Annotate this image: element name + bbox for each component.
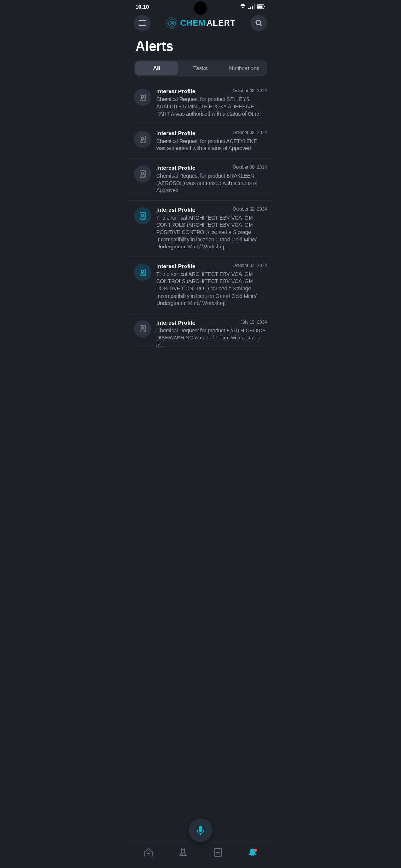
camera-notch bbox=[194, 1, 207, 15]
alert-content: Interest Profile October 08, 2024 Chemic… bbox=[156, 130, 267, 152]
alert-body: Chemical Request for product SELLEYS ARA… bbox=[156, 96, 267, 118]
alert-date: October 08, 2024 bbox=[232, 165, 267, 170]
alert-date: October 08, 2024 bbox=[232, 88, 267, 93]
header: CHEM ALERT bbox=[128, 12, 273, 36]
list-item[interactable]: Interest Profile October 02, 2024 The ch… bbox=[128, 257, 273, 313]
alert-date: October 02, 2024 bbox=[232, 207, 267, 212]
alert-header: Interest Profile July 19, 2024 bbox=[156, 319, 267, 326]
tabs-bar: All Tasks Notifications bbox=[134, 60, 267, 76]
svg-line-18 bbox=[144, 99, 144, 99]
hamburger-icon bbox=[139, 20, 146, 26]
wifi-icon bbox=[239, 4, 246, 9]
svg-line-30 bbox=[144, 175, 144, 176]
alert-title: Interest Profile bbox=[156, 88, 195, 94]
alert-date: July 19, 2024 bbox=[241, 319, 267, 325]
profile-icon bbox=[138, 325, 147, 333]
alert-icon-wrap bbox=[134, 320, 151, 337]
tab-notifications[interactable]: Notifications bbox=[223, 61, 266, 75]
status-time: 10:10 bbox=[136, 4, 149, 10]
list-item[interactable]: Interest Profile October 08, 2024 Chemic… bbox=[128, 159, 273, 201]
profile-icon bbox=[138, 170, 147, 178]
tab-all[interactable]: All bbox=[135, 61, 178, 75]
alert-content: Interest Profile July 19, 2024 Chemical … bbox=[156, 319, 267, 347]
svg-rect-5 bbox=[258, 6, 263, 8]
profile-alert-icon bbox=[138, 268, 147, 276]
alert-content: Interest Profile October 02, 2024 The ch… bbox=[156, 263, 267, 307]
logo-text-alert: ALERT bbox=[206, 18, 235, 28]
alert-content: Interest Profile October 08, 2024 Chemic… bbox=[156, 88, 267, 118]
alert-header: Interest Profile October 02, 2024 bbox=[156, 207, 267, 213]
svg-point-38 bbox=[141, 270, 144, 273]
alert-icon-wrap bbox=[134, 89, 151, 106]
battery-icon bbox=[257, 4, 265, 9]
alert-icon-wrap bbox=[134, 131, 151, 148]
svg-rect-6 bbox=[264, 6, 265, 7]
alert-list: Interest Profile October 08, 2024 Chemic… bbox=[128, 82, 273, 384]
svg-line-12 bbox=[260, 24, 262, 26]
alert-body: The chemical ARCHITECT EBV VCA IGM CONTR… bbox=[156, 271, 267, 307]
svg-point-44 bbox=[141, 327, 144, 329]
search-button[interactable] bbox=[251, 15, 267, 31]
list-item[interactable]: Interest Profile October 08, 2024 Chemic… bbox=[128, 124, 273, 159]
alert-date: October 08, 2024 bbox=[232, 130, 267, 135]
svg-rect-2 bbox=[252, 6, 253, 9]
list-item[interactable]: Interest Profile October 08, 2024 Chemic… bbox=[128, 82, 273, 124]
status-icons bbox=[239, 4, 265, 9]
alert-header: Interest Profile October 08, 2024 bbox=[156, 130, 267, 136]
tab-tasks[interactable]: Tasks bbox=[179, 61, 222, 75]
profile-icon bbox=[138, 93, 147, 101]
alert-content: Interest Profile October 08, 2024 Chemic… bbox=[156, 165, 267, 194]
search-icon bbox=[255, 19, 263, 27]
alert-title: Interest Profile bbox=[156, 319, 195, 326]
logo: CHEM ALERT bbox=[165, 16, 235, 30]
svg-point-20 bbox=[141, 137, 144, 140]
alert-header: Interest Profile October 08, 2024 bbox=[156, 88, 267, 94]
alert-title: Interest Profile bbox=[156, 263, 195, 269]
svg-line-24 bbox=[144, 141, 144, 141]
svg-point-32 bbox=[141, 214, 144, 216]
alert-title: Interest Profile bbox=[156, 165, 195, 171]
alert-header: Interest Profile October 08, 2024 bbox=[156, 165, 267, 171]
logo-text-chem: CHEM bbox=[180, 18, 206, 28]
alert-body: Chemical Request for product ACETYLENE w… bbox=[156, 138, 267, 152]
svg-point-26 bbox=[141, 172, 144, 174]
profile-alert-icon bbox=[138, 212, 147, 220]
logo-icon bbox=[165, 16, 179, 30]
alert-date: October 02, 2024 bbox=[232, 263, 267, 268]
alert-icon-wrap-highlighted bbox=[134, 207, 151, 224]
alert-body: The chemical ARCHITECT EBV VCA IGM CONTR… bbox=[156, 214, 267, 251]
svg-rect-1 bbox=[250, 7, 251, 9]
alert-header: Interest Profile October 02, 2024 bbox=[156, 263, 267, 269]
svg-point-11 bbox=[256, 20, 260, 25]
svg-rect-3 bbox=[254, 4, 255, 9]
alert-content: Interest Profile October 02, 2024 The ch… bbox=[156, 207, 267, 251]
alert-icon-wrap bbox=[134, 165, 151, 182]
page-title: Alerts bbox=[128, 36, 273, 60]
svg-point-14 bbox=[141, 95, 144, 98]
svg-point-10 bbox=[171, 22, 173, 24]
alert-body: Chemical Request for product EARTH CHOIC… bbox=[156, 327, 267, 347]
list-item[interactable]: Interest Profile October 02, 2024 The ch… bbox=[128, 201, 273, 257]
alert-icon-wrap-highlighted bbox=[134, 264, 151, 281]
alert-title: Interest Profile bbox=[156, 130, 195, 136]
signal-icon bbox=[248, 4, 255, 9]
svg-point-42 bbox=[144, 274, 144, 274]
svg-point-36 bbox=[144, 218, 144, 218]
profile-icon bbox=[138, 135, 147, 143]
alert-body: Chemical Request for product BRAKLEEN (A… bbox=[156, 172, 267, 194]
svg-rect-0 bbox=[248, 8, 250, 9]
alert-title: Interest Profile bbox=[156, 207, 195, 213]
list-item[interactable]: Interest Profile July 19, 2024 Chemical … bbox=[128, 313, 273, 347]
menu-button[interactable] bbox=[134, 15, 150, 31]
svg-line-48 bbox=[144, 330, 144, 331]
